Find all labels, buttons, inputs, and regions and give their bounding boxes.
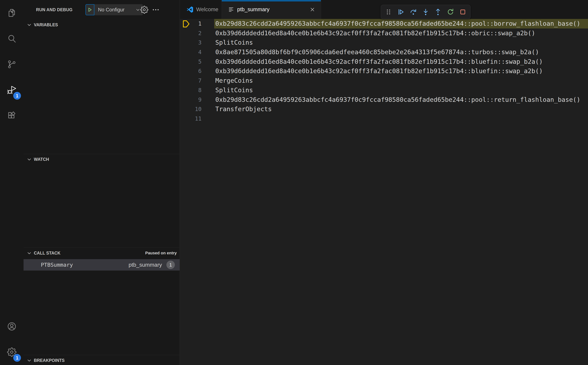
restart-button[interactable] <box>445 7 456 17</box>
code-line[interactable]: 10TransferObjects <box>180 104 588 114</box>
gripper-icon <box>385 8 392 16</box>
line-number[interactable]: 7 <box>180 76 202 85</box>
tab-close-button[interactable] <box>309 6 316 13</box>
call-stack-frame-row[interactable]: PTBSummary ptb_summary 1 <box>23 259 180 271</box>
call-stack-section: CALL STACK Paused on entry PTBSummary pt… <box>23 248 180 355</box>
code-line[interactable]: 11 <box>180 114 588 124</box>
line-number[interactable]: 3 <box>180 38 202 47</box>
play-icon <box>87 7 93 13</box>
breakpoints-section-header[interactable]: BREAKPOINTS <box>23 355 180 365</box>
extensions-icon <box>7 111 17 120</box>
sidebar-title: RUN AND DEBUG <box>36 0 73 20</box>
debug-current-line-pointer-icon <box>183 20 190 28</box>
code-editor: 10xb29d83c26cdd2a64959263abbcfc4a6937f0c… <box>180 19 588 365</box>
start-debug-button[interactable] <box>85 4 94 15</box>
debug-settings-button[interactable] <box>139 5 149 14</box>
activity-item-extensions[interactable] <box>0 103 23 129</box>
variables-section-header[interactable]: VARIABLES <box>23 20 180 30</box>
run-and-debug-sidebar: RUN AND DEBUG No Configur VARI <box>23 0 180 365</box>
step-over-button[interactable] <box>408 7 419 17</box>
stop-button[interactable] <box>457 7 468 17</box>
tab-welcome[interactable]: Welcome <box>180 0 222 19</box>
activity-bar: 1 1 <box>0 0 24 365</box>
code-line[interactable]: 8SplitCoins <box>180 85 588 95</box>
code-line[interactable]: 40x8ae871505a80d8bf6bf9c05906cda6edfeea4… <box>180 47 588 57</box>
source-control-icon <box>7 60 17 69</box>
tab-ptb-summary[interactable]: ptb_summary <box>222 0 321 19</box>
variables-section-label: VARIABLES <box>34 22 58 27</box>
line-number[interactable]: 10 <box>180 104 202 114</box>
line-number[interactable]: 4 <box>180 47 202 57</box>
step-over-icon <box>410 8 417 16</box>
tab-welcome-label: Welcome <box>196 7 218 13</box>
code-text: 0xb39d6dddedd16ed8a40ce0b1e6b43c92acf0ff… <box>215 28 535 38</box>
chevron-down-icon <box>27 250 32 256</box>
settings-badge: 1 <box>13 354 21 362</box>
files-icon <box>7 8 17 18</box>
watch-section: WATCH <box>23 154 180 248</box>
code-text: MergeCoins <box>215 76 253 85</box>
continue-button[interactable] <box>396 7 406 17</box>
activity-item-explorer[interactable] <box>0 0 23 26</box>
code-line[interactable]: 50xb39d6dddedd16ed8a40ce0b1e6b43c92acf0f… <box>180 57 588 67</box>
frame-source: ptb_summary <box>128 262 162 268</box>
line-number[interactable]: 2 <box>180 28 202 38</box>
step-out-icon <box>434 8 442 16</box>
code-line[interactable]: 20xb39d6dddedd16ed8a40ce0b1e6b43c92acf0f… <box>180 28 588 38</box>
account-icon <box>7 322 17 331</box>
watch-section-header[interactable]: WATCH <box>23 154 180 164</box>
launch-controls: No Configur <box>85 4 143 15</box>
stop-icon <box>459 8 467 16</box>
paused-status: Paused on entry <box>145 251 177 255</box>
code-line[interactable]: 90xb29d83c26cdd2a64959263abbcfc4a6937f0c… <box>180 95 588 105</box>
views-more-actions-button[interactable] <box>151 5 161 14</box>
code-text: 0xb39d6dddedd16ed8a40ce0b1e6b43c92acf0ff… <box>215 66 543 76</box>
activity-item-settings[interactable]: 1 <box>0 339 23 365</box>
breakpoints-section: BREAKPOINTS <box>23 355 180 365</box>
continue-icon <box>397 8 405 16</box>
ellipsis-icon <box>152 6 160 14</box>
code-lines: 10xb29d83c26cdd2a64959263abbcfc4a6937f0c… <box>180 19 588 124</box>
line-number[interactable]: 8 <box>180 85 202 95</box>
debug-config-label: No Configur <box>98 7 135 13</box>
code-text: SplitCoins <box>215 38 253 47</box>
line-number[interactable]: 5 <box>180 57 202 67</box>
breakpoints-section-label: BREAKPOINTS <box>34 358 64 363</box>
line-number[interactable]: 6 <box>180 66 202 76</box>
activity-item-source-control[interactable] <box>0 51 23 77</box>
call-stack-section-label: CALL STACK <box>34 251 61 256</box>
chevron-down-icon <box>27 157 32 162</box>
activity-item-run-and-debug[interactable]: 1 <box>0 77 23 103</box>
step-out-button[interactable] <box>433 7 443 17</box>
vscode-logo-icon <box>187 6 193 13</box>
code-line[interactable]: 3SplitCoins <box>180 38 588 47</box>
variables-section: VARIABLES <box>23 20 180 154</box>
frame-name: PTBSummary <box>41 262 73 268</box>
chevron-down-icon <box>27 358 32 363</box>
list-file-icon <box>228 7 234 13</box>
activity-item-search[interactable] <box>0 26 23 51</box>
code-text: 0x8ae871505a80d8bf6bf9c05906cda6edfeea46… <box>215 47 539 57</box>
debug-toolbar <box>381 5 470 19</box>
code-line[interactable]: 10xb29d83c26cdd2a64959263abbcfc4a6937f0c… <box>180 19 588 28</box>
code-line[interactable]: 60xb39d6dddedd16ed8a40ce0b1e6b43c92acf0f… <box>180 66 588 76</box>
line-number[interactable]: 11 <box>180 114 202 124</box>
gear-icon <box>140 6 148 14</box>
search-icon <box>7 34 17 43</box>
activity-item-accounts[interactable] <box>0 314 23 339</box>
step-into-button[interactable] <box>420 7 431 17</box>
code-text: 0xb29d83c26cdd2a64959263abbcfc4a6937f0c9… <box>215 19 581 28</box>
restart-icon <box>446 8 454 16</box>
debug-badge: 1 <box>13 92 21 100</box>
debug-config-dropdown[interactable]: No Configur <box>94 4 143 15</box>
toolbar-drag-handle[interactable] <box>383 7 394 17</box>
watch-section-label: WATCH <box>34 157 49 162</box>
call-stack-section-header[interactable]: CALL STACK Paused on entry <box>23 248 180 258</box>
code-line[interactable]: 7MergeCoins <box>180 76 588 85</box>
line-number[interactable]: 9 <box>180 95 202 105</box>
chevron-down-icon <box>27 22 32 28</box>
close-icon <box>309 7 315 13</box>
vscode-window: 1 1 RUN AND DEBUG <box>0 0 588 365</box>
code-text: 0xb39d6dddedd16ed8a40ce0b1e6b43c92acf0ff… <box>215 57 543 67</box>
tab-ptb-summary-label: ptb_summary <box>237 7 269 13</box>
